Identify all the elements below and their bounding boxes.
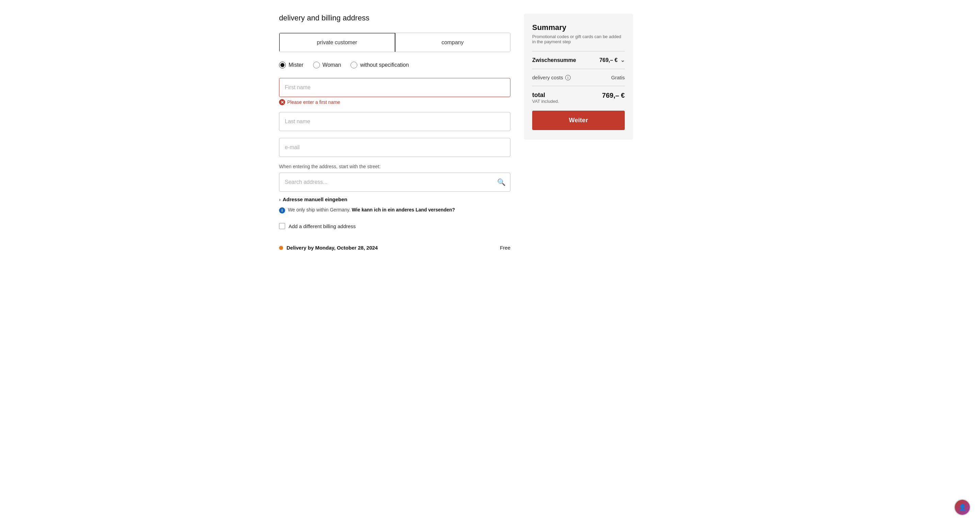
billing-checkbox[interactable] <box>279 223 285 229</box>
first-name-error: ✕ Please enter a first name <box>279 99 511 105</box>
chevron-right-icon: › <box>279 197 281 202</box>
email-wrapper <box>279 138 511 157</box>
delivery-costs-info-icon[interactable]: i <box>565 75 571 80</box>
tab-company[interactable]: company <box>395 33 510 52</box>
manual-address-link[interactable]: › Adresse manuell eingeben <box>279 196 511 202</box>
summary-subtitle: Promotional codes or gift cards can be a… <box>532 34 625 44</box>
summary-divider-3 <box>532 86 625 86</box>
last-name-input[interactable] <box>279 112 511 131</box>
summary-title: Summary <box>532 23 625 32</box>
salutation-group: Mister Woman without specification <box>279 62 511 69</box>
first-name-input[interactable] <box>279 78 511 97</box>
shipping-notice: i We only ship within Germany. Wie kann … <box>279 207 511 214</box>
delivery-label: Delivery by Monday, October 28, 2024 <box>286 245 378 251</box>
shipping-notice-text: We only ship within Germany. Wie kann ic… <box>288 207 455 212</box>
total-amount: 769,– € <box>602 92 625 99</box>
address-search-button[interactable]: 🔍 <box>497 178 506 186</box>
subtotal-row: Zwischensumme 769,– € ⌄ <box>532 57 625 63</box>
subtotal-label: Zwischensumme <box>532 57 576 63</box>
summary-divider-2 <box>532 69 625 69</box>
address-search-input[interactable] <box>279 172 511 191</box>
salutation-without-specification[interactable]: without specification <box>350 62 409 69</box>
delivery-info: Delivery by Monday, October 28, 2024 Fre… <box>279 241 511 254</box>
email-input[interactable] <box>279 138 511 157</box>
salutation-without-specification-label: without specification <box>360 62 409 68</box>
vat-text: VAT included. <box>532 99 559 104</box>
delivery-value: Free <box>500 245 511 251</box>
delivery-dot <box>279 246 283 250</box>
subtotal-value: 769,– € ⌄ <box>600 57 625 63</box>
salutation-woman-radio[interactable] <box>313 62 320 69</box>
customer-type-tabs: private customer company <box>279 33 511 52</box>
delivery-costs-row: delivery costs i Gratis <box>532 75 625 80</box>
info-icon: i <box>279 207 285 214</box>
error-icon: ✕ <box>279 99 285 105</box>
last-name-wrapper <box>279 112 511 131</box>
delivery-costs-value: Gratis <box>611 75 625 80</box>
manual-address-label: Adresse manuell eingeben <box>283 196 347 202</box>
billing-checkbox-label[interactable]: Add a different billing address <box>279 223 511 229</box>
address-hint: When entering the address, start with th… <box>279 164 511 169</box>
salutation-mister[interactable]: Mister <box>279 62 304 69</box>
address-search-wrapper: 🔍 <box>279 172 511 191</box>
page-title: delivery and billing address <box>279 14 511 22</box>
shipping-link[interactable]: Wie kann ich in ein anderes Land versend… <box>352 207 455 212</box>
first-name-wrapper: ✕ Please enter a first name <box>279 78 511 105</box>
delivery-costs-label: delivery costs i <box>532 75 571 80</box>
total-label: total <box>532 92 559 99</box>
salutation-mister-radio[interactable] <box>279 62 286 69</box>
search-icon: 🔍 <box>497 179 506 186</box>
first-name-error-text: Please enter a first name <box>287 99 340 105</box>
tab-private-customer[interactable]: private customer <box>279 33 395 52</box>
total-row: total VAT included. 769,– € <box>532 92 625 104</box>
salutation-without-specification-radio[interactable] <box>350 62 357 69</box>
summary-panel: Summary Promotional codes or gift cards … <box>524 14 633 140</box>
salutation-woman-label: Woman <box>323 62 341 68</box>
summary-divider <box>532 51 625 51</box>
salutation-mister-label: Mister <box>288 62 304 68</box>
billing-checkbox-text: Add a different billing address <box>288 223 356 229</box>
chevron-down-icon[interactable]: ⌄ <box>620 57 625 63</box>
weiter-button[interactable]: Weiter <box>532 111 625 130</box>
salutation-woman[interactable]: Woman <box>313 62 341 69</box>
